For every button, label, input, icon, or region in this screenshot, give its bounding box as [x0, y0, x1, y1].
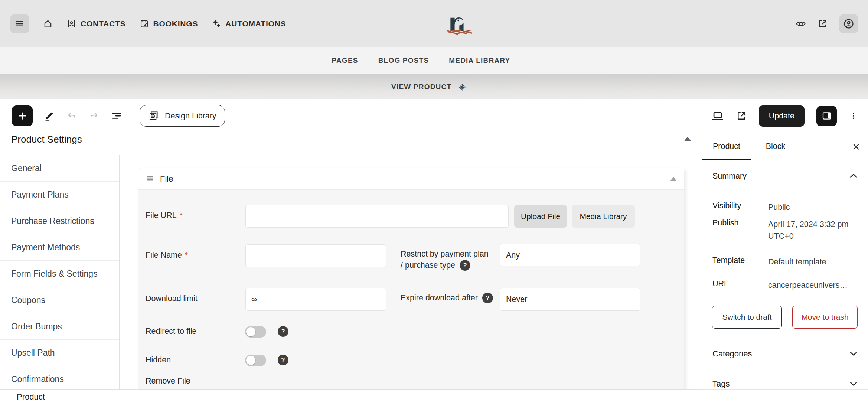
- collapse-file-panel-button[interactable]: [670, 177, 676, 181]
- content-nav-bar: PAGES BLOG POSTS MEDIA LIBRARY: [0, 47, 868, 74]
- switch-to-draft-button[interactable]: Switch to draft: [712, 306, 782, 329]
- chevron-down-icon: [849, 350, 858, 357]
- tab-purchase-restrictions[interactable]: Purchase Restrictions: [0, 208, 119, 234]
- expire-select[interactable]: Never: [500, 288, 640, 311]
- categories-expand-button[interactable]: [849, 350, 858, 357]
- tab-payment-plans[interactable]: Payment Plans: [0, 181, 119, 208]
- nav-media-library[interactable]: MEDIA LIBRARY: [449, 56, 510, 65]
- help-icon[interactable]: [460, 260, 470, 271]
- nav-contacts-label: CONTACTS: [81, 19, 126, 28]
- options-menu-button[interactable]: [849, 110, 858, 121]
- download-limit-input[interactable]: [245, 288, 386, 311]
- home-button[interactable]: [43, 19, 53, 29]
- tab-upsell-path[interactable]: Upsell Path: [0, 339, 119, 366]
- laptop-icon: [711, 110, 724, 122]
- help-icon[interactable]: [482, 293, 493, 303]
- publish-value[interactable]: April 17, 2024 3:32 pm UTC+0: [768, 218, 848, 242]
- menu-button[interactable]: [10, 14, 29, 33]
- undo-button[interactable]: [66, 110, 77, 121]
- expire-select-value: Never: [506, 295, 527, 304]
- pencil-icon: [44, 110, 55, 121]
- help-icon[interactable]: [278, 326, 288, 337]
- tab-coupons[interactable]: Coupons: [0, 287, 119, 313]
- redo-button[interactable]: [88, 110, 99, 121]
- tab-order-bumps[interactable]: Order Bumps: [0, 313, 119, 339]
- restrict-select[interactable]: Any: [500, 244, 640, 266]
- app-root: CONTACTS BOOKINGS AUTOMATIONS n: [0, 0, 868, 404]
- update-button[interactable]: Update: [759, 105, 805, 127]
- restrict-label-line1: Restrict by payment plan: [401, 250, 489, 259]
- divider: [702, 368, 868, 368]
- collapse-metabox-button[interactable]: [684, 137, 691, 141]
- file-name-input[interactable]: [245, 244, 386, 267]
- nav-contacts[interactable]: CONTACTS: [66, 19, 126, 29]
- tab-general[interactable]: General: [0, 155, 119, 181]
- file-url-input[interactable]: [245, 205, 509, 228]
- tab-payment-methods[interactable]: Payment Methods: [0, 234, 119, 260]
- restrict-select-value: Any: [506, 251, 520, 260]
- remove-file-button[interactable]: Remove File: [146, 377, 190, 386]
- redo-icon: [88, 110, 99, 121]
- open-site-button[interactable]: [818, 19, 828, 29]
- upload-file-button[interactable]: Upload File: [514, 205, 567, 228]
- tab-block[interactable]: Block: [751, 133, 800, 160]
- tags-expand-button[interactable]: [849, 380, 858, 387]
- close-sidebar-button[interactable]: [852, 142, 861, 151]
- editor-toolbar: Design Library Update: [0, 99, 868, 133]
- design-library-button[interactable]: Design Library: [140, 105, 225, 127]
- view-product-label: VIEW PRODUCT: [391, 83, 451, 91]
- nav-pages[interactable]: PAGES: [332, 56, 358, 65]
- media-library-button[interactable]: Media Library: [572, 205, 635, 228]
- move-to-trash-button[interactable]: Move to trash: [792, 306, 858, 329]
- topbar: CONTACTS BOOKINGS AUTOMATIONS n: [0, 0, 868, 47]
- visibility-value[interactable]: Public: [768, 201, 790, 213]
- download-limit-label: Download limit: [146, 294, 198, 303]
- summary-collapse-button[interactable]: [849, 172, 858, 179]
- hidden-toggle[interactable]: [245, 355, 266, 366]
- template-label: Template: [712, 256, 745, 265]
- view-product-link[interactable]: VIEW PRODUCT ◈: [391, 82, 466, 91]
- contact-badge-icon: [66, 19, 76, 29]
- breadcrumb[interactable]: Product: [17, 392, 45, 402]
- required-asterisk: *: [180, 211, 183, 219]
- url-value[interactable]: cancerpeaceunivers…: [768, 279, 848, 291]
- visibility-label: Visibility: [712, 201, 741, 211]
- categories-accordion[interactable]: Categories: [712, 349, 752, 359]
- tags-accordion[interactable]: Tags: [712, 379, 730, 389]
- hamburger-icon: [14, 19, 25, 29]
- nav-bookings-label: BOOKINGS: [153, 19, 198, 28]
- settings-sidebar-toggle[interactable]: [816, 106, 837, 126]
- chevron-up-icon: [849, 172, 858, 179]
- brand-logo[interactable]: n: [447, 10, 474, 37]
- calendar-icon: [139, 19, 149, 29]
- redirect-toggle[interactable]: [245, 326, 266, 338]
- divider: [702, 389, 868, 390]
- tab-product[interactable]: Product: [702, 133, 751, 160]
- user-circle-icon: [843, 18, 855, 30]
- kebab-icon: [849, 110, 858, 121]
- tab-form-fields-settings[interactable]: Form Fields & Settings: [0, 260, 119, 287]
- preview-visibility-button[interactable]: [795, 18, 806, 29]
- account-button[interactable]: [839, 14, 858, 33]
- nav-bookings[interactable]: BOOKINGS: [139, 19, 198, 29]
- template-value[interactable]: Default template: [768, 256, 826, 268]
- bird-nest-logo-icon: n: [447, 10, 474, 37]
- help-icon[interactable]: [278, 355, 288, 365]
- nav-automations[interactable]: AUTOMATIONS: [211, 19, 286, 29]
- close-icon: [852, 142, 861, 151]
- file-panel-title: File: [160, 174, 173, 184]
- nav-blog-posts[interactable]: BLOG POSTS: [378, 56, 429, 65]
- document-overview-button[interactable]: [111, 110, 123, 122]
- summary-section-title[interactable]: Summary: [712, 172, 747, 181]
- external-link-icon: [736, 110, 747, 121]
- preview-device-button[interactable]: [711, 110, 724, 122]
- home-icon: [43, 19, 53, 29]
- list-view-icon: [111, 110, 123, 122]
- drag-handle-icon[interactable]: [146, 175, 154, 183]
- file-panel: File File URL* Upload File Media Library…: [138, 168, 684, 389]
- undo-icon: [66, 110, 77, 121]
- view-post-button[interactable]: [736, 110, 747, 121]
- edit-tool-button[interactable]: [44, 110, 55, 121]
- block-inserter-button[interactable]: [12, 105, 33, 126]
- tab-confirmations[interactable]: Confirmations: [0, 366, 119, 392]
